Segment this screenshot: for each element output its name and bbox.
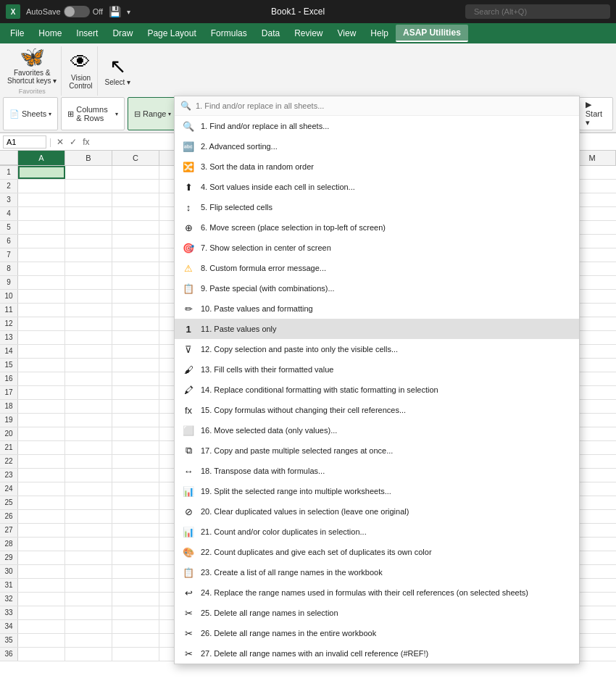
grid-cell[interactable] — [65, 648, 112, 661]
grid-cell[interactable] — [65, 276, 112, 289]
grid-cell[interactable] — [18, 221, 65, 234]
grid-cell[interactable] — [112, 331, 159, 344]
grid-cell[interactable] — [112, 372, 159, 385]
grid-cell[interactable] — [112, 551, 159, 564]
grid-cell[interactable] — [112, 386, 159, 399]
grid-cell[interactable] — [65, 207, 112, 220]
list-item[interactable]: ✂26. Delete all range names in the entir… — [175, 623, 579, 643]
grid-cell[interactable] — [112, 441, 159, 454]
grid-cell[interactable] — [65, 593, 112, 606]
grid-cell[interactable] — [65, 634, 112, 647]
grid-cell[interactable] — [112, 496, 159, 509]
grid-cell[interactable] — [112, 524, 159, 537]
grid-cell[interactable] — [112, 304, 159, 317]
grid-cell[interactable] — [112, 180, 159, 193]
list-item[interactable]: ↔18. Transpose data with formulas... — [175, 461, 579, 481]
grid-cell[interactable] — [65, 469, 112, 482]
grid-cell[interactable] — [112, 400, 159, 413]
tab-sheets[interactable]: 📄 Sheets ▾ — [3, 97, 58, 130]
confirm-formula-btn[interactable]: ✓ — [67, 137, 79, 147]
grid-cell[interactable] — [65, 551, 112, 564]
grid-cell[interactable] — [65, 496, 112, 509]
autosave-toggle[interactable] — [64, 6, 90, 17]
grid-cell[interactable] — [65, 262, 112, 275]
grid-cell[interactable] — [65, 317, 112, 330]
list-item[interactable]: ✂27. Delete all range names with an inva… — [175, 643, 579, 661]
menu-file[interactable]: File — [3, 25, 31, 41]
grid-cell[interactable] — [18, 166, 65, 179]
grid-cell[interactable] — [65, 427, 112, 440]
grid-cell[interactable] — [65, 538, 112, 551]
menu-home[interactable]: Home — [31, 25, 69, 41]
grid-cell[interactable] — [112, 235, 159, 248]
col-header-A[interactable]: A — [18, 151, 65, 165]
list-item[interactable]: 📋9. Paste special (with combinations)... — [175, 278, 579, 298]
grid-cell[interactable] — [112, 193, 159, 206]
grid-cell[interactable] — [112, 469, 159, 482]
grid-cell[interactable] — [112, 207, 159, 220]
grid-cell[interactable] — [18, 538, 65, 551]
grid-cell[interactable] — [18, 386, 65, 399]
grid-cell[interactable] — [112, 414, 159, 427]
grid-cell[interactable] — [112, 166, 159, 179]
menu-pagelayout[interactable]: Page Layout — [140, 25, 203, 41]
grid-cell[interactable] — [65, 482, 112, 496]
ribbon-group-favorites[interactable]: 🦋 Favorites & Shortcut keys ▾ Favorites — [3, 46, 62, 96]
list-item[interactable]: 📊19. Split the selected range into multi… — [175, 481, 579, 501]
grid-cell[interactable] — [112, 606, 159, 619]
grid-cell[interactable] — [18, 193, 65, 206]
list-item[interactable]: 🖌13. Fill cells with their formatted val… — [175, 359, 579, 380]
grid-cell[interactable] — [65, 304, 112, 317]
save-icon[interactable]: 💾 — [109, 6, 121, 17]
menu-asap[interactable]: ASAP Utilities — [396, 25, 468, 42]
grid-cell[interactable] — [65, 372, 112, 385]
tab-columns-rows[interactable]: ⊞ Columns & Rows ▾ — [61, 97, 125, 130]
grid-cell[interactable] — [65, 565, 112, 578]
grid-cell[interactable] — [65, 441, 112, 454]
menu-insert[interactable]: Insert — [69, 25, 105, 41]
grid-cell[interactable] — [18, 180, 65, 193]
ribbon-group-vision[interactable]: 👁 Vision Control — [64, 46, 97, 96]
grid-cell[interactable] — [65, 180, 112, 193]
list-item[interactable]: 111. Paste values only — [175, 319, 579, 339]
menu-draw[interactable]: Draw — [105, 25, 140, 41]
list-item[interactable]: 🔍1. Find and/or replace in all sheets... — [175, 116, 579, 136]
list-item[interactable]: 📋23. Create a list of all range names in… — [175, 562, 579, 582]
list-item[interactable]: 🔀3. Sort the data in random order — [175, 156, 579, 177]
grid-cell[interactable] — [65, 166, 112, 179]
grid-cell[interactable] — [18, 620, 65, 633]
grid-cell[interactable] — [112, 290, 159, 303]
grid-cell[interactable] — [18, 372, 65, 385]
grid-cell[interactable] — [18, 345, 65, 358]
grid-cell[interactable] — [18, 290, 65, 303]
grid-cell[interactable] — [65, 620, 112, 633]
col-header-B[interactable]: B — [65, 151, 112, 165]
grid-cell[interactable] — [112, 620, 159, 633]
list-item[interactable]: ⧉17. Copy and paste multiple selected ra… — [175, 440, 579, 461]
grid-cell[interactable] — [112, 248, 159, 262]
grid-cell[interactable] — [65, 386, 112, 399]
list-item[interactable]: ⊘20. Clear duplicated values in selectio… — [175, 501, 579, 522]
grid-cell[interactable] — [112, 482, 159, 496]
grid-cell[interactable] — [18, 262, 65, 275]
list-item[interactable]: ⚠8. Custom formula error message... — [175, 258, 579, 278]
search-input[interactable] — [465, 4, 610, 19]
list-item[interactable]: 📊21. Count and/or color duplicates in se… — [175, 522, 579, 542]
grid-cell[interactable] — [18, 648, 65, 661]
grid-cell[interactable] — [112, 538, 159, 551]
grid-cell[interactable] — [112, 262, 159, 275]
list-item[interactable]: ⬆4. Sort values inside each cell in sele… — [175, 177, 579, 197]
grid-cell[interactable] — [18, 606, 65, 619]
grid-cell[interactable] — [18, 441, 65, 454]
grid-cell[interactable] — [18, 207, 65, 220]
menu-formulas[interactable]: Formulas — [204, 25, 254, 41]
list-item[interactable]: ✂25. Delete all range names in selection — [175, 603, 579, 623]
grid-cell[interactable] — [18, 317, 65, 330]
grid-cell[interactable] — [18, 634, 65, 647]
grid-cell[interactable] — [65, 193, 112, 206]
grid-cell[interactable] — [18, 593, 65, 606]
grid-cell[interactable] — [65, 414, 112, 427]
grid-cell[interactable] — [18, 248, 65, 262]
grid-cell[interactable] — [18, 579, 65, 592]
grid-cell[interactable] — [18, 510, 65, 523]
